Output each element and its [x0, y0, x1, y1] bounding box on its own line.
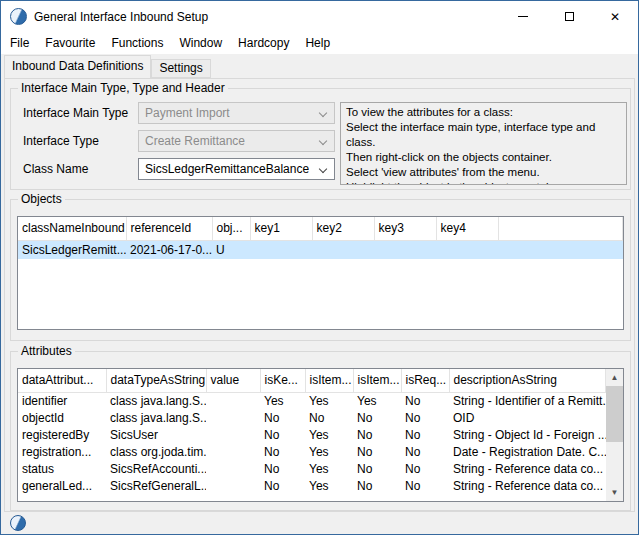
cell: U: [212, 240, 250, 259]
column-header-iske[interactable]: isKe...: [260, 369, 305, 392]
column-header-obj[interactable]: obj...: [212, 217, 250, 240]
column-header-datatypeasstring[interactable]: dataTypeAsString: [106, 369, 206, 392]
help-line: To view the attributes for a class:: [346, 105, 621, 120]
attributes-row[interactable]: identifier class java.lang.S... Yes Yes …: [18, 392, 606, 409]
attributes-scrollbar[interactable]: ▲ ▼: [606, 369, 623, 501]
attributes-group-title: Attributes: [18, 344, 75, 358]
cell: No: [401, 460, 449, 477]
statusbar: [1, 512, 638, 534]
maximize-icon: [565, 12, 574, 21]
window: General Interface Inbound Setup ✕ File F…: [0, 0, 639, 535]
cell: [312, 240, 374, 259]
attributes-row[interactable]: generalLed... SicsRefGeneralL... No Yes …: [18, 477, 606, 494]
objects-group-title: Objects: [18, 192, 65, 206]
attributes-header-row: dataAttribut... dataTypeAsString value i…: [18, 369, 606, 392]
tab-settings[interactable]: Settings: [151, 59, 210, 78]
cell: Yes: [305, 460, 353, 477]
cell: [206, 477, 260, 494]
column-header-key1[interactable]: key1: [250, 217, 312, 240]
scroll-down-icon[interactable]: ▼: [606, 484, 623, 501]
interface-group-title: Interface Main Type, Type and Header: [18, 81, 228, 95]
column-header-referenceid[interactable]: referenceId: [126, 217, 212, 240]
cell: OID: [449, 409, 606, 426]
menu-favourite[interactable]: Favourite: [37, 32, 103, 54]
cell: No: [353, 477, 401, 494]
cell: status: [18, 460, 106, 477]
cell: String - Object Id - Foreign ...: [449, 426, 606, 443]
cell: 2021-06-17-0...: [126, 240, 212, 259]
chevron-down-icon: [319, 165, 327, 173]
attributes-row[interactable]: status SicsRefAccounti... No Yes No No S…: [18, 460, 606, 477]
cell: SicsRefAccounti...: [106, 460, 206, 477]
cell: No: [401, 392, 449, 409]
close-button[interactable]: ✕: [592, 1, 638, 32]
cell: No: [353, 460, 401, 477]
scrollbar-thumb[interactable]: [606, 386, 623, 442]
close-icon: ✕: [610, 10, 620, 24]
menu-file[interactable]: File: [2, 32, 37, 54]
cell: [498, 240, 623, 259]
cell: SicsUser: [106, 426, 206, 443]
interface-type-select: Create Remittance: [138, 130, 335, 152]
cell: No: [260, 460, 305, 477]
cell: registration...: [18, 443, 106, 460]
cell: class java.lang.S...: [106, 392, 206, 409]
cell: Yes: [305, 426, 353, 443]
minimize-button[interactable]: [500, 1, 546, 32]
objects-header-row: classNameInbound referenceId obj... key1…: [18, 217, 623, 240]
menu-help[interactable]: Help: [297, 32, 338, 54]
attributes-row[interactable]: registration... class org.joda.tim... No…: [18, 443, 606, 460]
scroll-up-icon[interactable]: ▲: [606, 369, 623, 386]
maximize-button[interactable]: [546, 1, 592, 32]
column-header-classnameinbound[interactable]: classNameInbound: [18, 217, 126, 240]
scrollbar-track[interactable]: [606, 386, 623, 484]
cell: objectId: [18, 409, 106, 426]
menu-functions[interactable]: Functions: [103, 32, 171, 54]
cell: String - Reference data co...: [449, 460, 606, 477]
menu-window[interactable]: Window: [171, 32, 230, 54]
cell: [206, 426, 260, 443]
cell: No: [401, 409, 449, 426]
cell: String - Identifier of a Remitt...: [449, 392, 606, 409]
attributes-row[interactable]: registeredBy SicsUser No Yes No No Strin…: [18, 426, 606, 443]
window-title: General Interface Inbound Setup: [34, 10, 208, 24]
column-header-key4[interactable]: key4: [436, 217, 498, 240]
tab-inbound-data-definitions[interactable]: Inbound Data Definitions: [4, 55, 151, 78]
column-header-value[interactable]: value: [206, 369, 260, 392]
cell: No: [353, 443, 401, 460]
column-header-dataattribut[interactable]: dataAttribut...: [18, 369, 106, 392]
minimize-icon: [518, 16, 528, 17]
cell: No: [353, 409, 401, 426]
app-icon: [10, 8, 27, 25]
cell: No: [401, 443, 449, 460]
objects-row-selected[interactable]: SicsLedgerRemitt... 2021-06-17-0... U: [18, 240, 623, 259]
class-name-label: Class Name: [23, 158, 88, 180]
help-line: Select 'view attributes' from the menu.: [346, 165, 621, 180]
attributes-group: Attributes dataAttribut... dataTypeAsStr…: [10, 351, 631, 511]
attributes-table: dataAttribut... dataTypeAsString value i…: [17, 368, 624, 502]
chevron-down-icon: [319, 137, 327, 145]
column-header-key3[interactable]: key3: [374, 217, 436, 240]
help-panel: To view the attributes for a class: Sele…: [340, 102, 627, 185]
interface-main-type-value: Payment Import: [145, 106, 230, 120]
cell: registeredBy: [18, 426, 106, 443]
cell: No: [401, 426, 449, 443]
titlebar[interactable]: General Interface Inbound Setup ✕: [1, 1, 638, 32]
cell: No: [401, 477, 449, 494]
cell: No: [260, 426, 305, 443]
column-header-key2[interactable]: key2: [312, 217, 374, 240]
column-header-isitem1[interactable]: isItem...: [305, 369, 353, 392]
menu-hardcopy[interactable]: Hardcopy: [230, 32, 297, 54]
column-header-isreq[interactable]: isReq...: [401, 369, 449, 392]
help-line: Highlight the object in the objects cont…: [346, 180, 621, 185]
attributes-row[interactable]: objectId class java.lang.S... No No No N…: [18, 409, 606, 426]
column-header-isitem2[interactable]: isItem...: [353, 369, 401, 392]
class-name-select[interactable]: SicsLedgerRemittanceBalance: [138, 158, 335, 180]
cell: No: [260, 443, 305, 460]
column-header-descriptionasstring[interactable]: descriptionAsString: [449, 369, 606, 392]
cell: [206, 460, 260, 477]
cell: Yes: [305, 443, 353, 460]
cell: [206, 392, 260, 409]
tabstrip: Inbound Data Definitions Settings: [4, 56, 211, 78]
attributes-grid: dataAttribut... dataTypeAsString value i…: [18, 369, 606, 494]
